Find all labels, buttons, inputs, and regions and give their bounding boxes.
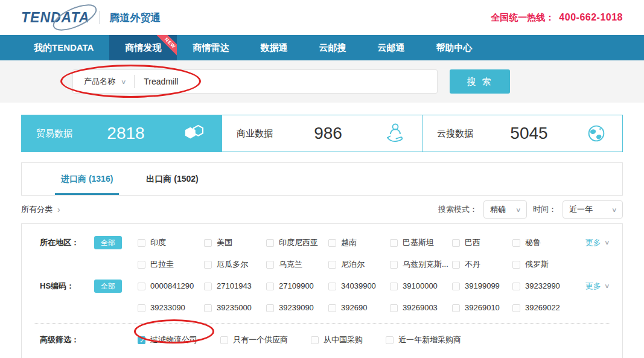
checkbox[interactable] [390, 283, 398, 290]
region-option[interactable]: 巴基斯坦 [390, 236, 452, 249]
region-option[interactable]: 印度 [138, 236, 204, 249]
hs-code-option[interactable]: 39233090 [138, 301, 204, 315]
checkbox[interactable] [512, 304, 520, 312]
region-option[interactable]: 不丹 [452, 258, 512, 271]
nav-item-my-tendata[interactable]: 我的TENDATA [18, 35, 109, 60]
checkbox[interactable] [390, 261, 398, 269]
checkbox[interactable] [204, 283, 212, 290]
search-input[interactable] [135, 77, 437, 86]
nav-item-help-center[interactable]: 帮助中心 [420, 35, 488, 60]
region-all-button[interactable]: 全部 [94, 236, 122, 249]
checkbox[interactable] [266, 304, 274, 312]
hs-code-option[interactable]: 39235000 [204, 301, 266, 315]
checkbox[interactable] [328, 239, 336, 247]
hs-code-option[interactable]: 39100000 [390, 280, 452, 293]
hs-code-label: HS编码： [40, 280, 94, 293]
advanced-option-label: 近一年新增采购商 [398, 333, 461, 347]
stat-business-data[interactable]: 商业数据 986 [222, 115, 422, 152]
checkbox[interactable] [328, 283, 336, 290]
stats-strip: 贸易数据 2818 商业数据 986 云搜数据 5045 [21, 115, 623, 152]
region-option-label: 美国 [217, 236, 232, 249]
advanced-option-buy-from-china[interactable]: 从中国采购 [311, 333, 363, 347]
tendata-logo[interactable]: TENDATA [21, 10, 89, 26]
checkbox[interactable] [452, 261, 460, 269]
hs-code-option[interactable]: 39232990 [512, 280, 581, 293]
region-option[interactable]: 美国 [204, 236, 266, 249]
time-select[interactable]: 近一年 [563, 200, 623, 219]
checkbox[interactable] [266, 239, 274, 247]
region-more-link[interactable]: 更多 [585, 236, 609, 249]
hs-code-option[interactable]: 39199099 [452, 280, 512, 293]
stat-value: 986 [273, 124, 383, 143]
supplier-hand-icon [383, 121, 407, 145]
hs-code-option[interactable]: 39269022 [512, 301, 581, 315]
checkbox[interactable] [138, 304, 145, 312]
advanced-option-filter-logistics[interactable]: 过滤物流公司 [138, 333, 197, 347]
checkbox[interactable] [204, 261, 212, 269]
checkbox[interactable] [266, 283, 274, 290]
checkbox[interactable] [204, 304, 212, 312]
checkbox[interactable] [328, 261, 336, 269]
chevron-down-icon [611, 206, 617, 213]
checkbox[interactable] [204, 239, 212, 247]
search-mode-select[interactable]: 精确 [483, 200, 527, 219]
region-option[interactable]: 俄罗斯 [512, 258, 581, 271]
checkbox[interactable] [452, 304, 460, 312]
advanced-option-single-supplier[interactable]: 只有一个供应商 [220, 333, 288, 347]
checkbox[interactable] [452, 283, 460, 290]
checkbox[interactable] [452, 239, 460, 247]
hs-code-option[interactable]: 0000841290 [138, 280, 204, 293]
checkbox[interactable] [328, 304, 336, 312]
stat-trade-data[interactable]: 贸易数据 2818 [22, 115, 222, 152]
checkbox[interactable] [220, 336, 228, 344]
hs-code-more-link[interactable]: 更多 [585, 280, 609, 293]
stat-cloud-search-data[interactable]: 云搜数据 5045 [422, 115, 622, 152]
region-option[interactable]: 秘鲁 [512, 236, 581, 249]
checkbox-checked[interactable] [138, 336, 145, 344]
search-section: 产品名称 搜 索 [0, 60, 644, 103]
filter-row-advanced: 高级筛选： 过滤物流公司 只有一个供应商 从中国采购 近一年新增采购商 [22, 333, 622, 347]
hs-code-option-label: 39100000 [403, 280, 438, 293]
search-category-dropdown[interactable]: 产品名称 [73, 70, 134, 93]
checkbox[interactable] [266, 261, 274, 269]
tab-importers[interactable]: 进口商 (1316) [61, 163, 113, 195]
hs-code-option[interactable]: 27101943 [204, 280, 266, 293]
checkbox[interactable] [386, 336, 394, 344]
tab-exporters[interactable]: 出口商 (1502) [146, 163, 198, 195]
nav-item-datatong[interactable]: 数据通 [244, 35, 303, 60]
hs-code-option[interactable]: 34039900 [328, 280, 390, 293]
region-option[interactable]: 尼泊尔 [328, 258, 390, 271]
region-option[interactable]: 巴西 [452, 236, 512, 249]
hs-code-all-button[interactable]: 全部 [94, 280, 122, 293]
hs-code-option-label: 0000841290 [150, 280, 194, 293]
result-tabs: 进口商 (1316) 出口商 (1502) [21, 162, 623, 196]
all-categories-link[interactable]: 所有分类 [21, 204, 60, 215]
region-option-label: 印度 [150, 236, 166, 249]
checkbox[interactable] [138, 239, 145, 247]
checkbox[interactable] [512, 261, 520, 269]
region-option[interactable]: 厄瓜多尔 [204, 258, 266, 271]
region-option[interactable]: 巴拉圭 [138, 258, 204, 271]
hs-code-option[interactable]: 39239090 [266, 301, 328, 315]
nav-item-cloudmail[interactable]: 云邮通 [362, 35, 420, 60]
region-option[interactable]: 越南 [328, 236, 390, 249]
advanced-option-new-buyers[interactable]: 近一年新增采购商 [386, 333, 461, 347]
region-option[interactable]: 乌克兰 [266, 258, 328, 271]
nav-item-cloudmail-search[interactable]: 云邮搜 [303, 35, 362, 60]
hs-code-option[interactable]: 39269010 [452, 301, 512, 315]
hs-code-option[interactable]: 39269003 [390, 301, 452, 315]
checkbox[interactable] [390, 304, 398, 312]
checkbox[interactable] [138, 261, 145, 269]
region-option[interactable]: 乌兹别克斯... [390, 258, 452, 271]
nav-item-radar[interactable]: 商情雷达 [177, 35, 244, 60]
checkbox[interactable] [390, 239, 398, 247]
checkbox[interactable] [512, 239, 520, 247]
hs-code-option[interactable]: 27109900 [266, 280, 328, 293]
checkbox[interactable] [138, 283, 145, 290]
hs-code-option[interactable]: 392690 [328, 301, 390, 315]
checkbox[interactable] [512, 283, 520, 290]
nav-item-discovery[interactable]: 商情发现 NEW [109, 35, 177, 60]
search-button[interactable]: 搜 索 [450, 69, 510, 94]
checkbox[interactable] [311, 336, 319, 344]
region-option[interactable]: 印度尼西亚 [266, 236, 328, 249]
